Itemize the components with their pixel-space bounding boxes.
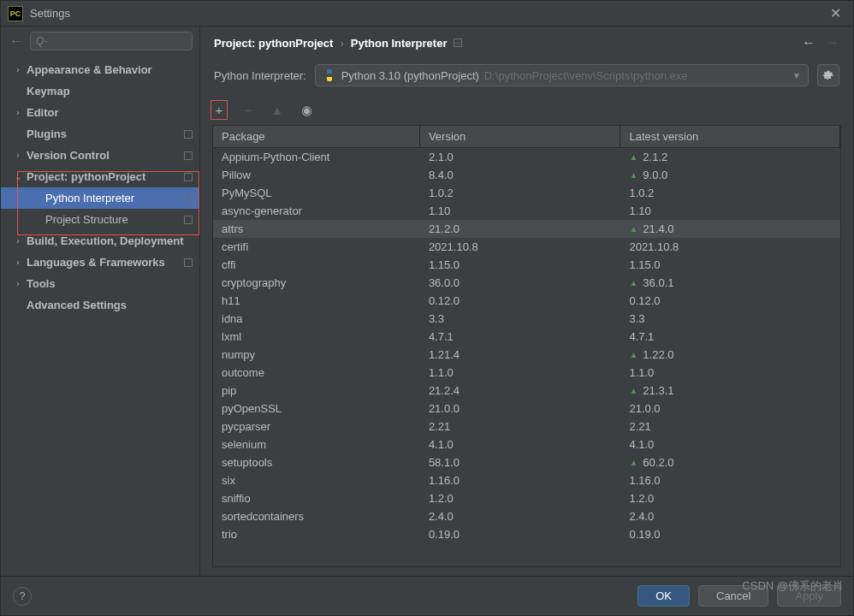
table-row[interactable]: pycparser2.212.21 bbox=[213, 418, 840, 435]
search-input[interactable] bbox=[30, 32, 193, 50]
cell-latest: 3.3 bbox=[620, 311, 840, 327]
tree-item-plugins[interactable]: Plugins bbox=[1, 123, 199, 145]
breadcrumb: Project: pythonProject › Python Interpre… bbox=[200, 27, 853, 59]
table-row[interactable]: cffi1.15.01.15.0 bbox=[213, 256, 840, 274]
tree-item-languages-frameworks[interactable]: ›Languages & Frameworks bbox=[1, 252, 199, 273]
cell-package: six bbox=[213, 472, 420, 489]
tree-item-project-pythonproject[interactable]: ⌄Project: pythonProject bbox=[1, 166, 199, 187]
col-version[interactable]: Version bbox=[420, 126, 621, 147]
cell-version: 4.1.0 bbox=[420, 436, 621, 453]
tree-item-project-structure[interactable]: Project Structure bbox=[1, 209, 199, 230]
table-row[interactable]: pyOpenSSL21.0.021.0.0 bbox=[213, 400, 840, 418]
tree-item-label: Appearance & Behavior bbox=[27, 63, 193, 76]
upgrade-available-icon: ▲ bbox=[629, 278, 638, 287]
tree-item-editor[interactable]: ›Editor bbox=[1, 102, 199, 123]
chevron-icon: › bbox=[13, 108, 23, 117]
table-header: Package Version Latest version bbox=[213, 126, 840, 148]
cell-version: 21.0.0 bbox=[420, 400, 621, 417]
table-row[interactable]: PyMySQL1.0.21.0.2 bbox=[213, 184, 840, 202]
ok-button[interactable]: OK bbox=[638, 585, 690, 607]
table-row[interactable]: trio0.19.00.19.0 bbox=[213, 525, 840, 543]
table-row[interactable]: pip21.2.4▲21.3.1 bbox=[213, 382, 840, 400]
cell-latest: 1.0.2 bbox=[620, 185, 840, 201]
interpreter-path: D:\pythonProject\venv\Scripts\python.exe bbox=[484, 69, 688, 82]
upgrade-available-icon: ▲ bbox=[629, 152, 638, 162]
chevron-icon: › bbox=[13, 151, 23, 160]
cell-latest: 1.16.0 bbox=[620, 472, 840, 489]
gear-icon bbox=[822, 69, 834, 81]
titlebar: PC Settings ✕ bbox=[1, 1, 853, 27]
tree-item-appearance-behavior[interactable]: ›Appearance & Behavior bbox=[1, 59, 199, 80]
table-row[interactable]: async-generator1.101.10 bbox=[213, 202, 840, 220]
cell-package: certifi bbox=[213, 239, 420, 255]
cell-package: cryptography bbox=[213, 275, 420, 291]
settings-sidebar: ← ›Appearance & BehaviorKeymap›EditorPlu… bbox=[1, 27, 200, 576]
tree-item-tools[interactable]: ›Tools bbox=[1, 273, 199, 294]
nav-back-icon[interactable]: ← bbox=[802, 35, 815, 50]
table-row[interactable]: sortedcontainers2.4.02.4.0 bbox=[213, 507, 840, 525]
cell-latest: ▲9.0.0 bbox=[620, 167, 840, 183]
table-row[interactable]: Appium-Python-Client2.1.0▲2.1.2 bbox=[213, 148, 840, 166]
settings-tree: ›Appearance & BehaviorKeymap›EditorPlugi… bbox=[1, 56, 199, 576]
tree-item-label: Version Control bbox=[27, 149, 184, 162]
main-panel: Project: pythonProject › Python Interpre… bbox=[200, 27, 853, 576]
tree-item-keymap[interactable]: Keymap bbox=[1, 80, 199, 102]
scope-marker-icon: ▭ bbox=[454, 38, 462, 47]
cancel-button[interactable]: Cancel bbox=[698, 585, 768, 607]
cell-package: pip bbox=[213, 382, 420, 399]
table-row[interactable]: certifi2021.10.82021.10.8 bbox=[213, 238, 840, 256]
col-latest[interactable]: Latest version bbox=[620, 126, 840, 147]
upgrade-available-icon: ▲ bbox=[629, 386, 638, 395]
table-row[interactable]: attrs21.2.0▲21.4.0 bbox=[213, 220, 840, 238]
table-row[interactable]: Pillow8.4.0▲9.0.0 bbox=[213, 166, 840, 184]
help-button[interactable]: ? bbox=[13, 587, 32, 606]
close-icon[interactable]: ✕ bbox=[825, 5, 846, 21]
add-package-button[interactable]: + bbox=[211, 100, 228, 120]
table-row[interactable]: idna3.33.3 bbox=[213, 310, 840, 328]
cell-version: 2.1.0 bbox=[420, 149, 621, 165]
table-row[interactable]: lxml4.7.14.7.1 bbox=[213, 328, 840, 346]
upgrade-available-icon: ▲ bbox=[629, 224, 638, 234]
table-row[interactable]: six1.16.01.16.0 bbox=[213, 471, 840, 489]
cell-package: pycparser bbox=[213, 418, 420, 435]
cell-latest: 4.7.1 bbox=[620, 329, 840, 345]
cell-version: 1.10 bbox=[420, 203, 621, 219]
table-row[interactable]: selenium4.1.04.1.0 bbox=[213, 435, 840, 453]
breadcrumb-project[interactable]: Project: pythonProject bbox=[214, 37, 333, 50]
cell-latest: ▲60.2.0 bbox=[620, 454, 840, 471]
tree-item-build-execution-deployment[interactable]: ›Build, Execution, Deployment bbox=[1, 230, 199, 252]
chevron-icon: ⌄ bbox=[13, 172, 23, 181]
chevron-down-icon: ▼ bbox=[792, 71, 801, 80]
cell-package: async-generator bbox=[213, 203, 420, 219]
gear-button[interactable] bbox=[817, 64, 839, 86]
apply-button: Apply bbox=[777, 585, 841, 607]
table-row[interactable]: h110.12.00.12.0 bbox=[213, 292, 840, 310]
cell-latest: 1.15.0 bbox=[620, 257, 840, 273]
tree-item-label: Languages & Frameworks bbox=[27, 256, 184, 269]
cell-latest: 4.1.0 bbox=[620, 436, 840, 453]
cell-latest: 1.1.0 bbox=[620, 364, 840, 381]
table-row[interactable]: sniffio1.2.01.2.0 bbox=[213, 489, 840, 507]
cell-version: 21.2.0 bbox=[420, 221, 621, 237]
tree-item-version-control[interactable]: ›Version Control bbox=[1, 145, 199, 166]
back-arrow-icon[interactable]: ← bbox=[8, 33, 25, 49]
scope-marker-icon bbox=[184, 130, 193, 139]
cell-version: 4.7.1 bbox=[420, 329, 621, 345]
interpreter-label: Python Interpreter: bbox=[214, 69, 306, 82]
tree-item-advanced-settings[interactable]: Advanced Settings bbox=[1, 294, 199, 316]
cell-package: attrs bbox=[213, 221, 420, 237]
col-package[interactable]: Package bbox=[213, 126, 420, 147]
packages-table: Package Version Latest version Appium-Py… bbox=[212, 125, 841, 567]
table-row[interactable]: cryptography36.0.0▲36.0.1 bbox=[213, 274, 840, 292]
show-early-releases-button[interactable]: ◉ bbox=[298, 103, 315, 118]
interpreter-select[interactable]: Python 3.10 (pythonProject) D:\pythonPro… bbox=[315, 64, 809, 86]
interpreter-name: Python 3.10 (pythonProject) bbox=[341, 69, 479, 82]
table-row[interactable]: setuptools58.1.0▲60.2.0 bbox=[213, 453, 840, 471]
tree-item-python-interpreter[interactable]: Python Interpreter bbox=[1, 187, 199, 209]
cell-version: 36.0.0 bbox=[420, 275, 621, 291]
chevron-right-icon: › bbox=[340, 37, 343, 50]
scope-marker-icon bbox=[184, 258, 193, 267]
package-toolbar: + − ▲ ◉ bbox=[200, 95, 853, 125]
table-row[interactable]: outcome1.1.01.1.0 bbox=[213, 364, 840, 382]
table-row[interactable]: numpy1.21.4▲1.22.0 bbox=[213, 346, 840, 364]
